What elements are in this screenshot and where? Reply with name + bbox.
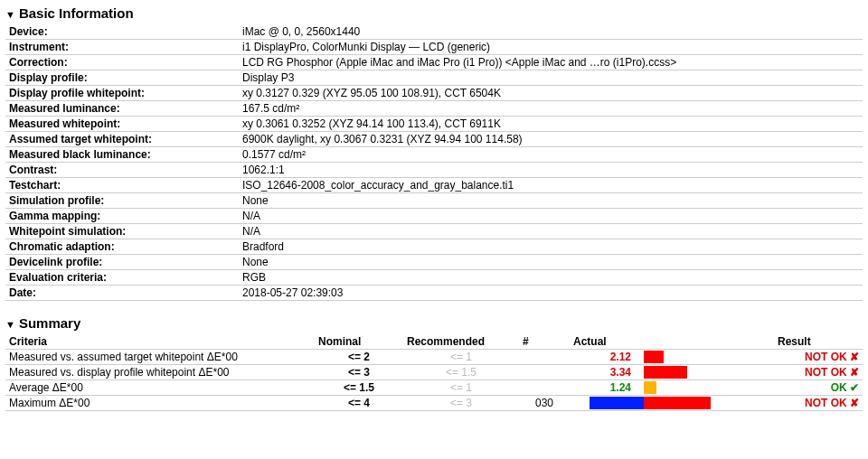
basic-info-title: Basic Information xyxy=(19,5,134,21)
info-value: LCD RG Phosphor (Apple iMac and iMac Pro… xyxy=(239,55,863,70)
bar-segment xyxy=(644,366,687,379)
bar-cell xyxy=(635,380,774,396)
col-recommended: Recommended xyxy=(403,334,519,350)
info-value: 6900K daylight, xy 0.3067 0.3231 (XYZ 94… xyxy=(239,132,863,147)
hash-cell xyxy=(519,380,570,396)
criteria-cell: Maximum ΔE*00 xyxy=(5,396,315,411)
info-value: N/A xyxy=(239,224,863,239)
hash-cell: 030 xyxy=(519,396,570,411)
recommended-cell: <= 1 xyxy=(403,380,519,396)
bar-segment xyxy=(644,397,711,409)
info-label: Gamma mapping: xyxy=(5,209,239,224)
info-label: Whitepoint simulation: xyxy=(5,224,239,239)
summary-row: Average ΔE*00<= 1.5<= 11.24OK ✔ xyxy=(5,380,863,396)
info-row: Testchart:ISO_12646-2008_color_accuracy_… xyxy=(5,178,863,193)
info-row: Contrast:1062.1:1 xyxy=(5,163,863,178)
nominal-cell: <= 3 xyxy=(315,365,403,380)
info-row: Date:2018-05-27 02:39:03 xyxy=(5,286,863,301)
recommended-cell: <= 1 xyxy=(403,350,519,365)
col-result: Result xyxy=(774,334,863,350)
hash-cell xyxy=(519,350,570,365)
info-value: ISO_12646-2008_color_accuracy_and_gray_b… xyxy=(239,178,863,193)
info-value: None xyxy=(239,255,863,270)
bar-chart xyxy=(638,381,770,394)
info-value: i1 DisplayPro, ColorMunki Display — LCD … xyxy=(239,40,863,55)
result-cell: NOT OK ✘ xyxy=(774,396,863,411)
info-value: 167.5 cd/m² xyxy=(239,101,863,117)
actual-cell: 2.12 xyxy=(570,350,635,365)
nominal-cell: <= 2 xyxy=(315,350,403,365)
bar-cell xyxy=(635,365,774,380)
info-row: Measured luminance:167.5 cd/m² xyxy=(5,101,863,117)
hash-cell xyxy=(519,365,570,380)
result-cell: OK ✔ xyxy=(774,380,863,396)
info-label: Measured luminance: xyxy=(5,101,239,117)
info-row: Measured whitepoint:xy 0.3061 0.3252 (XY… xyxy=(5,117,863,132)
result-cell: NOT OK ✘ xyxy=(774,365,863,380)
col-bar xyxy=(635,334,774,350)
bar-segment xyxy=(644,351,664,363)
nominal-cell: <= 4 xyxy=(315,396,403,411)
info-value: N/A xyxy=(239,209,863,224)
result-cell: NOT OK ✘ xyxy=(774,350,863,365)
info-label: Device: xyxy=(5,24,239,40)
summary-row: Maximum ΔE*00<= 4<= 30304.74NOT OK ✘ xyxy=(5,396,863,411)
actual-cell: 3.34 xyxy=(570,365,635,380)
info-value: xy 0.3127 0.329 (XYZ 95.05 100 108.91), … xyxy=(239,86,863,101)
info-row: Instrument:i1 DisplayPro, ColorMunki Dis… xyxy=(5,40,863,55)
info-row: Gamma mapping:N/A xyxy=(5,209,863,224)
bar-segment xyxy=(644,381,656,394)
info-label: Contrast: xyxy=(5,163,239,178)
info-row: Assumed target whitepoint:6900K daylight… xyxy=(5,132,863,147)
info-row: Evaluation criteria:RGB xyxy=(5,270,863,286)
bar-chart xyxy=(638,366,770,379)
recommended-cell: <= 1.5 xyxy=(403,365,519,380)
nominal-cell: <= 1.5 xyxy=(315,380,403,396)
info-label: Date: xyxy=(5,286,239,301)
summary-title: Summary xyxy=(19,315,80,331)
info-value: Bradford xyxy=(239,239,863,255)
info-value: None xyxy=(239,193,863,209)
info-value: xy 0.3061 0.3252 (XYZ 94.14 100 113.4), … xyxy=(239,117,863,132)
info-label: Display profile whitepoint: xyxy=(5,86,239,101)
summary-row: Measured vs. assumed target whitepoint Δ… xyxy=(5,350,863,365)
info-row: Display profile whitepoint:xy 0.3127 0.3… xyxy=(5,86,863,101)
col-nominal: Nominal xyxy=(315,334,403,350)
summary-header[interactable]: ▼Summary xyxy=(5,315,863,331)
info-label: Instrument: xyxy=(5,40,239,55)
info-value: RGB xyxy=(239,270,863,286)
info-label: Correction: xyxy=(5,55,239,70)
col-actual: Actual xyxy=(570,334,635,350)
info-label: Assumed target whitepoint: xyxy=(5,132,239,147)
info-label: Simulation profile: xyxy=(5,193,239,209)
basic-info-table: Device:iMac @ 0, 0, 2560x1440Instrument:… xyxy=(5,24,863,301)
info-value: iMac @ 0, 0, 2560x1440 xyxy=(239,24,863,40)
info-row: Chromatic adaption:Bradford xyxy=(5,239,863,255)
recommended-cell: <= 3 xyxy=(403,396,519,411)
info-label: Display profile: xyxy=(5,70,239,86)
info-row: Whitepoint simulation:N/A xyxy=(5,224,863,239)
bar-segment xyxy=(590,397,644,409)
bar-chart xyxy=(638,397,770,409)
info-label: Evaluation criteria: xyxy=(5,270,239,286)
bar-chart xyxy=(638,351,770,363)
info-value: 0.1577 cd/m² xyxy=(239,147,863,163)
info-value: Display P3 xyxy=(239,70,863,86)
criteria-cell: Measured vs. assumed target whitepoint Δ… xyxy=(5,350,315,365)
info-value: 1062.1:1 xyxy=(239,163,863,178)
info-row: Devicelink profile:None xyxy=(5,255,863,270)
info-row: Display profile:Display P3 xyxy=(5,70,863,86)
col-hash: # xyxy=(519,334,570,350)
info-label: Testchart: xyxy=(5,178,239,193)
disclosure-triangle-icon: ▼ xyxy=(5,319,15,330)
basic-info-header[interactable]: ▼Basic Information xyxy=(5,5,863,21)
col-criteria: Criteria xyxy=(5,334,315,350)
disclosure-triangle-icon: ▼ xyxy=(5,9,15,20)
bar-cell xyxy=(635,396,774,411)
info-row: Simulation profile:None xyxy=(5,193,863,209)
bar-cell xyxy=(635,350,774,365)
info-label: Measured whitepoint: xyxy=(5,117,239,132)
info-label: Measured black luminance: xyxy=(5,147,239,163)
summary-row: Measured vs. display profile whitepoint … xyxy=(5,365,863,380)
info-label: Devicelink profile: xyxy=(5,255,239,270)
